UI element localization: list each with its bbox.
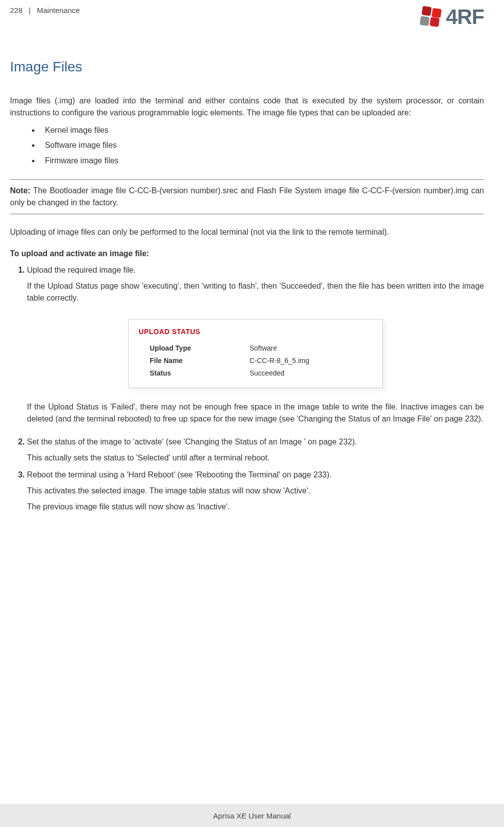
step-paragraph: If the Upload Status page show 'executin… — [27, 280, 484, 304]
page-footer: Aprisa XE User Manual — [0, 804, 504, 827]
list-item: Kernel image files — [40, 123, 484, 138]
upload-status-row: Status Succeeded — [136, 367, 375, 380]
page-title: Image Files — [10, 59, 484, 75]
body-paragraph: Uploading of image files can only be per… — [10, 226, 484, 238]
upload-status-widget: UPLOAD STATUS Upload Type Software File … — [128, 319, 383, 388]
list-item: Software image files — [40, 138, 484, 153]
upload-status-row: File Name C-CC-R-8_6_5.img — [136, 355, 375, 367]
step-paragraph: If the Upload Status is 'Failed', there … — [27, 401, 484, 425]
procedure-heading: To upload and activate an image file: — [10, 249, 484, 258]
procedure-steps: Upload the required image file. If the U… — [10, 264, 484, 513]
page-header: 228 | Maintenance 4RF — [10, 5, 484, 29]
brand-logo: 4RF — [419, 5, 484, 29]
step-paragraph: The previous image file status will now … — [27, 501, 484, 513]
breadcrumb: 228 | Maintenance — [10, 5, 80, 14]
note-box: Note: The Bootloader image file C-CC-B-(… — [10, 179, 484, 214]
file-name-label: File Name — [136, 356, 250, 366]
step-item: Reboot the terminal using a 'Hard Reboot… — [27, 469, 484, 513]
step-lead: Set the status of the image to 'activate… — [27, 437, 357, 446]
upload-types-list: Kernel image files Software image files … — [10, 123, 484, 168]
step-lead: Upload the required image file. — [27, 266, 136, 274]
intro-paragraph: Image files (.img) are loaded into the t… — [10, 95, 484, 119]
file-name-value: C-CC-R-8_6_5.img — [250, 356, 375, 366]
note-label: Note: — [10, 186, 30, 195]
page-number: 228 — [10, 6, 22, 14]
step-lead: Reboot the terminal using a 'Hard Reboot… — [27, 470, 332, 479]
step-paragraph: This activates the selected image. The i… — [27, 485, 484, 497]
upload-type-label: Upload Type — [136, 343, 250, 354]
upload-type-value: Software — [250, 343, 375, 354]
step-item: Set the status of the image to 'activate… — [27, 436, 484, 464]
step-item: Upload the required image file. If the U… — [27, 264, 484, 425]
upload-status-title: UPLOAD STATUS — [139, 327, 375, 337]
manual-title: Aprisa XE User Manual — [213, 812, 291, 820]
note-text: The Bootloader image file C-CC-B-(versio… — [10, 186, 484, 207]
list-item: Firmware image files — [40, 153, 484, 168]
logo-text: 4RF — [446, 5, 484, 29]
status-value: Succeeded — [250, 368, 375, 379]
breadcrumb-separator: | — [29, 6, 31, 14]
step-paragraph: This actually sets the status to 'Select… — [27, 452, 484, 464]
section-name: Maintenance — [37, 6, 80, 14]
upload-status-row: Upload Type Software — [136, 342, 375, 355]
logo-mark-icon — [419, 6, 443, 27]
status-label: Status — [136, 368, 250, 379]
